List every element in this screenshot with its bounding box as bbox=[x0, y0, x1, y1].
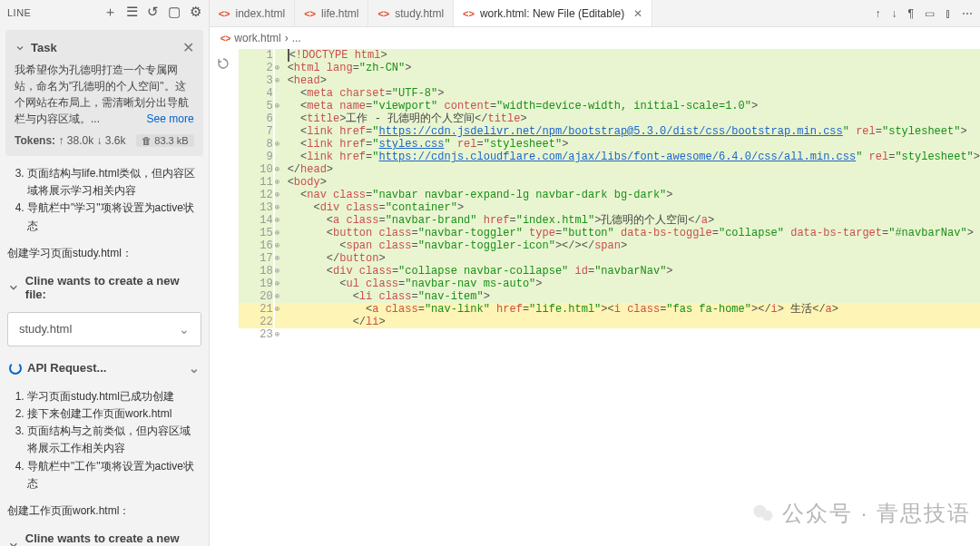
new-task-icon[interactable]: ＋ bbox=[103, 4, 117, 21]
plan-list-1: 页面结构与life.html类似，但内容区域将展示学习相关内容 导航栏中"学习"… bbox=[0, 161, 209, 239]
popout-icon[interactable]: ▢ bbox=[168, 4, 181, 21]
close-icon[interactable]: ✕ bbox=[182, 39, 194, 56]
spinner-icon bbox=[9, 362, 22, 375]
tab-index[interactable]: <>index.html bbox=[210, 0, 296, 26]
create-work-heading: 创建工作页面work.html： bbox=[0, 496, 209, 522]
sidebar-header: LINE ＋ ☰ ↺ ▢ ⚙ bbox=[0, 0, 209, 24]
task-label: Task bbox=[31, 41, 57, 54]
task-description: 我希望你为孔德明打造一个专属网站，命名为"孔德明的个人空间"。这个网站在布局上，… bbox=[15, 62, 194, 127]
code-content[interactable]: <!DOCTYPE html><html lang="zh-CN"><head>… bbox=[288, 49, 980, 546]
html-icon: <> bbox=[219, 8, 230, 19]
prev-diff-icon[interactable]: ↑ bbox=[876, 7, 881, 20]
history-icon[interactable]: ↺ bbox=[147, 4, 159, 21]
split-icon[interactable]: ⫿ bbox=[946, 7, 951, 20]
plan-list-2: 学习页面study.html已成功创建 接下来创建工作页面work.html 页… bbox=[0, 385, 209, 496]
map-icon[interactable]: ▭ bbox=[925, 7, 935, 20]
html-icon: <> bbox=[377, 8, 389, 19]
undo-icon[interactable] bbox=[216, 56, 230, 71]
tab-work[interactable]: <>work.html: New File (Editable)✕ bbox=[454, 0, 652, 26]
breadcrumb-file[interactable]: work.html bbox=[234, 32, 280, 44]
file-action-1: Cline wants to create a new file: bbox=[0, 265, 209, 307]
editor-area: <>index.html <>life.html <>study.html <>… bbox=[210, 0, 980, 546]
extension-title: LINE bbox=[7, 7, 31, 18]
chevron-down-icon[interactable] bbox=[7, 281, 20, 294]
close-icon[interactable]: ✕ bbox=[633, 7, 642, 20]
task-card: Task ✕ 我希望你为孔德明打造一个专属网站，命名为"孔德明的个人空间"。这个… bbox=[5, 30, 203, 156]
api-request-row[interactable]: API Request... ⌄ bbox=[0, 352, 209, 385]
html-icon: <> bbox=[463, 8, 475, 19]
html-icon: <> bbox=[304, 8, 316, 19]
sidebar-toolbar: ＋ ☰ ↺ ▢ ⚙ bbox=[103, 4, 201, 21]
chevron-down-icon[interactable] bbox=[7, 539, 20, 546]
see-more-link[interactable]: See more bbox=[147, 111, 194, 127]
pilcrow-icon[interactable]: ¶ bbox=[908, 7, 914, 20]
chevron-down-icon: ⌄ bbox=[179, 322, 190, 336]
tab-life[interactable]: <>life.html bbox=[295, 0, 368, 26]
line-numbers: 1234567891011121314151617181920212223 bbox=[237, 49, 275, 546]
code-area[interactable]: 1234567891011121314151617181920212223 ⊕⊕… bbox=[210, 49, 980, 546]
editor-tabs: <>index.html <>life.html <>study.html <>… bbox=[210, 0, 980, 27]
create-study-heading: 创建学习页面study.html： bbox=[0, 239, 209, 265]
tokens-row: Tokens: ↑ 38.0k ↓ 3.6k 🗑 83.3 kB bbox=[15, 134, 194, 147]
tab-actions: ↑ ↓ ¶ ▭ ⫿ ⋯ bbox=[876, 7, 980, 20]
breadcrumb: <> work.html › ... bbox=[210, 27, 980, 49]
tab-study[interactable]: <>study.html bbox=[368, 0, 454, 26]
sidebar: LINE ＋ ☰ ↺ ▢ ⚙ Task ✕ 我希望你为孔德明打造一个专属网站，命… bbox=[0, 0, 210, 546]
fold-column: ⊕⊕⊕⊕⊕⊕⊕⊕⊕⊕⊕⊕⊕⊕⊕⊕⊕ bbox=[275, 49, 288, 546]
settings-icon[interactable]: ⚙ bbox=[190, 4, 201, 21]
file-action-2: Cline wants to create a new file: bbox=[0, 522, 209, 546]
chevron-down-icon[interactable] bbox=[15, 43, 25, 54]
file-box-study[interactable]: study.html ⌄ bbox=[7, 312, 201, 346]
more-icon[interactable]: ⋯ bbox=[962, 7, 973, 20]
list-icon[interactable]: ☰ bbox=[126, 4, 138, 21]
timeline-gutter bbox=[210, 49, 237, 546]
cache-badge: 🗑 83.3 kB bbox=[136, 134, 193, 147]
html-icon: <> bbox=[220, 34, 231, 44]
next-diff-icon[interactable]: ↓ bbox=[892, 7, 897, 20]
chevron-down-icon: ⌄ bbox=[189, 361, 200, 375]
